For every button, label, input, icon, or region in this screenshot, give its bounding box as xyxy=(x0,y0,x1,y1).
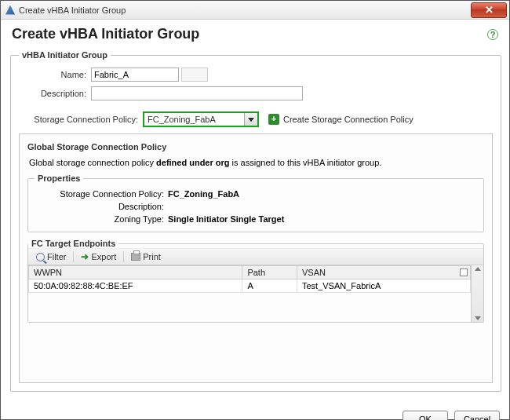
col-vsan[interactable]: VSAN xyxy=(297,266,470,279)
column-options-icon[interactable] xyxy=(460,268,468,276)
scroll-up-icon[interactable] xyxy=(475,267,481,271)
note-post: is assigned to this vHBA initiator group… xyxy=(230,158,382,167)
app-icon xyxy=(5,5,15,15)
vhba-initiator-group-fieldset: vHBA Initiator Group Name: Description: … xyxy=(10,50,501,392)
chevron-down-icon xyxy=(244,113,257,126)
storage-policy-label: Storage Connection Policy: xyxy=(19,115,143,124)
create-policy-link[interactable]: Create Storage Connection Policy xyxy=(283,115,413,124)
table-row[interactable]: 50:0A:09:82:88:4C:BE:EF A Test_VSAN_Fabr… xyxy=(29,279,471,293)
window-title: Create vHBA Initiator Group xyxy=(19,5,126,15)
fc-toolbar: Filter ➜ Export Print xyxy=(28,248,483,265)
prop-zoning-value: Single Initiator Single Target xyxy=(168,214,284,224)
properties-fieldset: Properties Storage Connection Policy: FC… xyxy=(27,173,484,232)
col-path[interactable]: Path xyxy=(242,266,297,279)
cell-vsan: Test_VSAN_FabricA xyxy=(297,279,470,293)
export-icon: ➜ xyxy=(81,251,89,262)
fc-endpoints-table: WWPN Path VSAN xyxy=(28,265,471,293)
close-button[interactable]: ✕ xyxy=(471,2,507,18)
properties-legend: Properties xyxy=(35,173,83,183)
toolbar-divider xyxy=(123,251,124,262)
prop-zoning-label: Zoning Type: xyxy=(35,214,168,224)
print-icon xyxy=(131,253,140,261)
global-policy-fieldset: Global Storage Connection Policy xyxy=(27,142,484,152)
prop-policy-label: Storage Connection Policy: xyxy=(35,189,168,199)
storage-policy-value: FC_Zoning_FabA xyxy=(144,115,244,124)
dialog-window: Create vHBA Initiator Group ✕ Create vHB… xyxy=(0,0,510,420)
col-wwpn[interactable]: WWPN xyxy=(29,266,242,279)
global-policy-legend: Global Storage Connection Policy xyxy=(27,142,166,152)
global-policy-note: Global storage connection policy defined… xyxy=(29,158,483,167)
plus-icon[interactable]: + xyxy=(268,114,279,125)
vertical-scrollbar[interactable] xyxy=(471,265,483,322)
name-label: Name: xyxy=(19,70,91,79)
global-connection-wrap: Global Storage Connection Policy Global … xyxy=(19,133,493,383)
toolbar-divider xyxy=(73,251,74,262)
description-label: Description: xyxy=(19,89,91,98)
cell-path: A xyxy=(242,279,297,293)
ok-button[interactable]: OK xyxy=(403,411,448,420)
search-icon xyxy=(36,253,45,261)
cancel-button[interactable]: Cancel xyxy=(454,411,500,420)
storage-policy-select[interactable]: FC_Zoning_FabA xyxy=(143,111,259,127)
help-icon[interactable]: ? xyxy=(487,29,498,40)
note-pre: Global storage connection policy xyxy=(29,158,156,167)
dialog-footer: OK Cancel xyxy=(1,404,509,420)
description-input[interactable] xyxy=(91,86,303,100)
col-vsan-label: VSAN xyxy=(302,268,326,277)
export-label: Export xyxy=(91,252,116,261)
print-button[interactable]: Print xyxy=(126,251,166,262)
name-input[interactable] xyxy=(91,68,179,82)
filter-button[interactable]: Filter xyxy=(31,251,71,262)
scroll-down-icon[interactable] xyxy=(475,316,481,320)
name-extra-box xyxy=(181,68,208,82)
prop-desc-label: Description: xyxy=(35,202,168,211)
filter-label: Filter xyxy=(47,252,66,261)
fc-endpoints-legend: FC Target Endpoints xyxy=(28,239,118,248)
cell-wwpn: 50:0A:09:82:88:4C:BE:EF xyxy=(29,279,242,293)
print-label: Print xyxy=(143,252,161,261)
prop-policy-value: FC_Zoning_FabA xyxy=(168,189,239,199)
page-title: Create vHBA Initiator Group xyxy=(12,26,199,42)
export-button[interactable]: ➜ Export xyxy=(76,250,121,263)
title-bar: Create vHBA Initiator Group ✕ xyxy=(1,1,509,20)
note-bold: defined under org xyxy=(156,158,230,167)
vhba-fieldset-legend: vHBA Initiator Group xyxy=(19,50,111,60)
fc-endpoints-fieldset: FC Target Endpoints Filter ➜ Export xyxy=(27,239,484,323)
